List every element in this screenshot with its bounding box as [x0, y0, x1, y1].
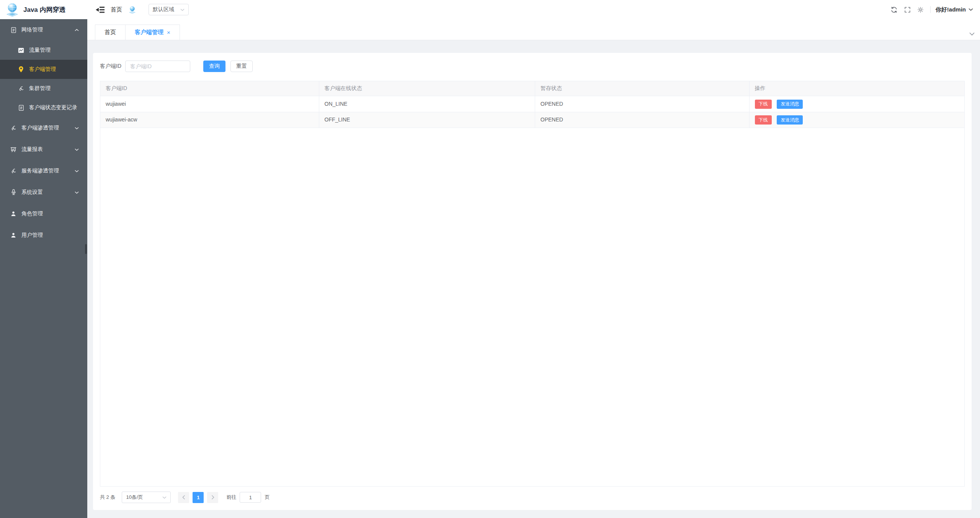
- tab-client-management[interactable]: 客户端管理 ×: [125, 25, 180, 40]
- tabbar: 首页 客户端管理 ×: [87, 19, 980, 40]
- link-icon: [18, 85, 24, 92]
- data-board-icon: [10, 146, 17, 153]
- cell-actions: 下线 发送消息: [749, 96, 964, 112]
- goto-label: 前往: [226, 494, 236, 501]
- pagination: 共 2 条 10条/页 1 前往 页: [100, 492, 965, 503]
- sidebar-item-label: 客户端状态变更记录: [29, 104, 77, 111]
- sidebar-item-label: 流量管理: [29, 47, 51, 54]
- document-icon: [10, 26, 17, 33]
- sidebar-item-cluster-management[interactable]: 集群管理: [0, 79, 87, 98]
- sidebar-item-label: 客户端渗透管理: [21, 125, 59, 131]
- table-row: wujiawei ON_LINE OPENED 下线 发送消息: [100, 96, 964, 112]
- sidebar-item-client-penetration[interactable]: 客户端渗透管理: [0, 117, 87, 139]
- client-management-card: 客户端ID 查询 重置 客户端ID 客户端在线状态 暂存状态 操作: [93, 53, 972, 510]
- chart-icon: [18, 47, 24, 54]
- client-table: 客户端ID 客户端在线状态 暂存状态 操作 wujiawei ON_LINE O…: [100, 81, 965, 487]
- user-icon: [10, 210, 17, 217]
- location-pin-icon: [18, 66, 24, 73]
- pagination-total: 共 2 条: [100, 494, 115, 501]
- user-menu[interactable]: 你好!admin: [936, 6, 973, 13]
- sidebar-item-traffic-report[interactable]: 流量报表: [0, 139, 87, 160]
- link-icon: [10, 167, 17, 174]
- sidebar-item-client-status-records[interactable]: 客户端状态变更记录: [0, 98, 87, 117]
- sidebar-item-label: 服务端渗透管理: [21, 167, 59, 174]
- tabbar-dropdown-icon[interactable]: [969, 32, 975, 36]
- content-area: 客户端ID 查询 重置 客户端ID 客户端在线状态 暂存状态 操作: [87, 40, 980, 518]
- prev-page-button[interactable]: [178, 492, 189, 503]
- table-row: wujiawei-acw OFF_LINE OPENED 下线 发送消息: [100, 112, 964, 128]
- column-header-online-status: 客户端在线状态: [319, 81, 535, 96]
- send-message-button[interactable]: 发送消息: [777, 100, 803, 109]
- sidebar-item-label: 客户端管理: [29, 66, 56, 73]
- sidebar-scrollbar-thumb[interactable]: [85, 244, 87, 254]
- sidebar-item-system-settings[interactable]: 系统设置: [0, 182, 87, 203]
- user-greeting: 你好!admin: [936, 6, 966, 13]
- cell-online-status: OFF_LINE: [319, 112, 535, 128]
- link-icon: [10, 125, 17, 131]
- app-title: Java 内网穿透: [23, 5, 66, 14]
- chevron-down-icon: [180, 8, 185, 11]
- chevron-down-icon: [75, 148, 79, 151]
- app-logo: Java 内网穿透: [0, 0, 87, 19]
- sidebar-item-user-management[interactable]: 用户管理: [0, 225, 87, 246]
- table-header-row: 客户端ID 客户端在线状态 暂存状态 操作: [100, 81, 964, 96]
- send-message-button[interactable]: 发送消息: [777, 115, 803, 125]
- goto-page-input[interactable]: [240, 492, 261, 503]
- region-select-value: 默认区域: [153, 6, 174, 13]
- region-select[interactable]: 默认区域: [149, 4, 189, 15]
- page-size-select[interactable]: 10条/页: [122, 492, 171, 503]
- region-logo-icon: [128, 6, 136, 14]
- offline-button[interactable]: 下线: [755, 115, 772, 125]
- microphone-icon: [10, 189, 17, 196]
- user-icon: [10, 232, 17, 239]
- cell-actions: 下线 发送消息: [749, 112, 964, 128]
- tab-home[interactable]: 首页: [95, 25, 126, 40]
- cell-client-id: wujiawei-acw: [100, 112, 319, 128]
- page-number-button[interactable]: 1: [193, 492, 204, 503]
- tab-label: 客户端管理: [135, 29, 163, 36]
- app-logo-icon: [5, 2, 20, 17]
- search-label: 客户端ID: [100, 63, 121, 70]
- sidebar-item-traffic-management[interactable]: 流量管理: [0, 41, 87, 60]
- sidebar-item-label: 用户管理: [21, 232, 43, 239]
- sidebar-item-server-penetration[interactable]: 服务端渗透管理: [0, 160, 87, 182]
- chevron-down-icon: [75, 170, 79, 172]
- sidebar-item-label: 流量报表: [21, 146, 43, 153]
- search-form: 客户端ID 查询 重置: [100, 61, 965, 72]
- chevron-down-icon: [162, 496, 167, 499]
- sidebar-fold-icon[interactable]: [96, 6, 105, 13]
- next-page-button[interactable]: [207, 492, 218, 503]
- fullscreen-icon[interactable]: [904, 7, 911, 13]
- offline-button[interactable]: 下线: [755, 100, 772, 109]
- chevron-down-icon: [75, 191, 79, 194]
- query-button[interactable]: 查询: [203, 61, 225, 72]
- sidebar-item-label: 集群管理: [29, 85, 51, 92]
- refresh-icon[interactable]: [890, 6, 898, 13]
- cell-online-status: ON_LINE: [319, 96, 535, 112]
- close-icon[interactable]: ×: [167, 30, 170, 35]
- cell-stash-status: OPENED: [535, 96, 749, 112]
- navbar-divider: [930, 6, 931, 13]
- cell-stash-status: OPENED: [535, 112, 749, 128]
- page-size-value: 10条/页: [126, 494, 143, 501]
- document-icon: [18, 104, 24, 111]
- sidebar: Java 内网穿透 网络管理 流量管理 客户端管理: [0, 0, 87, 518]
- sidebar-item-client-management[interactable]: 客户端管理: [0, 60, 87, 79]
- client-id-input[interactable]: [125, 61, 190, 72]
- chevron-left-icon: [182, 495, 185, 500]
- chevron-right-icon: [211, 495, 214, 500]
- sidebar-item-role-management[interactable]: 角色管理: [0, 203, 87, 225]
- breadcrumb[interactable]: 首页: [111, 6, 122, 13]
- sidebar-item-network-management[interactable]: 网络管理: [0, 19, 87, 41]
- top-navbar: 首页 默认区域 你好!admin: [87, 0, 980, 19]
- chevron-down-icon: [969, 8, 973, 11]
- sidebar-item-label: 网络管理: [21, 26, 43, 33]
- reset-button[interactable]: 重置: [230, 61, 253, 72]
- sidebar-item-label: 角色管理: [21, 210, 43, 217]
- page-unit-label: 页: [265, 494, 270, 501]
- sidebar-item-label: 系统设置: [21, 189, 43, 196]
- chevron-down-icon: [75, 127, 79, 130]
- chevron-up-icon: [75, 29, 79, 31]
- settings-gear-icon[interactable]: [917, 7, 924, 13]
- column-header-stash-status: 暂存状态: [535, 81, 749, 96]
